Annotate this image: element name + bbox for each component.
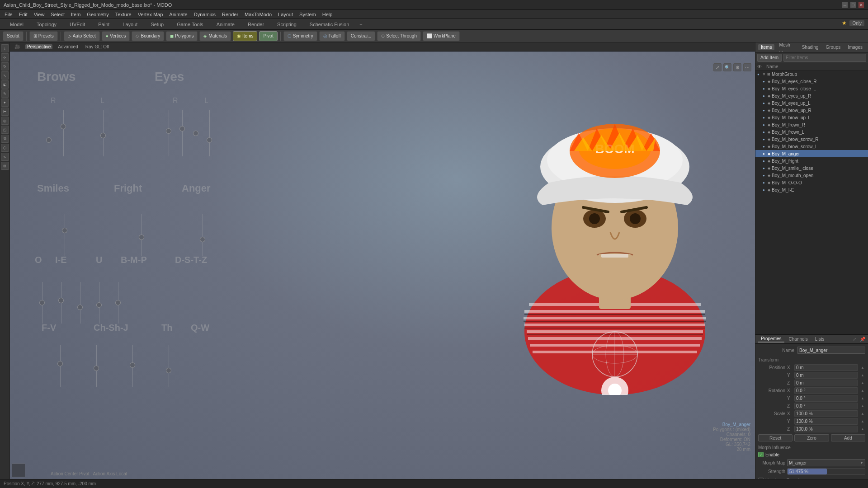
menu-edit[interactable]: Edit [16,11,30,18]
sidebar-bevel-icon[interactable]: ◳ [1,126,9,134]
name-value[interactable]: Boy_M_anger [797,347,865,354]
falloff-button[interactable]: ◎ Falloff [319,31,345,41]
expand-icon[interactable]: ▼ [762,72,766,76]
list-item[interactable]: ● ◆ Boy_M_brow_sorow_L [755,143,868,150]
enable-checkbox[interactable]: ✓ [758,452,764,457]
zero-button[interactable]: Zero [794,434,829,441]
list-item[interactable]: ● ◆ Boy_M_brow_up_L [755,114,868,121]
morph-map-select[interactable]: M_anger ▼ [787,459,865,466]
viewport[interactable]: 🎥 Perspective Advanced Ray GL: Off Brows… [10,42,755,479]
eye-icon[interactable]: ● [763,159,766,163]
list-item[interactable]: ● ◆ Boy_M_O-O-O [755,179,868,186]
use-local-checkbox[interactable] [758,478,764,479]
vp-fit-icon[interactable]: ⤢ [713,63,722,71]
rot-z-input[interactable]: 0.0 ° [794,403,858,409]
pivot-button[interactable]: Pivot [259,31,277,41]
sidebar-edit-icon[interactable]: ✎ [1,89,9,98]
polygons-button[interactable]: ◼ Polygons [166,31,198,41]
tab-groups[interactable]: Groups [823,44,843,50]
vp-more-icon[interactable]: ⋯ [743,63,751,71]
scale-y-input[interactable]: 100.0 % [794,418,858,425]
eye-icon[interactable]: ● [763,80,766,84]
scale-x-input[interactable]: 100.0 % [794,410,858,417]
eye-icon[interactable]: ● [763,152,766,156]
list-item[interactable]: ● ◆ Boy_M_fright [755,157,868,164]
props-tab-properties[interactable]: Properties [758,336,784,343]
list-item[interactable]: ● ◆ Boy_M_I-E [755,186,868,193]
tab-items[interactable]: Items [758,44,774,50]
menu-help[interactable]: Help [320,11,335,18]
eye-icon[interactable]: ● [763,87,766,91]
menu-texture[interactable]: Texture [113,11,134,18]
menu-render[interactable]: Render [219,11,241,18]
scale-z-input[interactable]: 100.0 % [794,426,858,432]
eye-icon[interactable]: ● [763,137,766,141]
tab-uvedit[interactable]: UVEdit [63,21,91,28]
sidebar-loop-icon[interactable]: ◎ [1,117,9,125]
tab-shading[interactable]: Shading [799,44,821,50]
tab-topology[interactable]: Topology [30,21,63,28]
props-expand-icon[interactable]: ⤢ [853,337,856,342]
rot-x-arrow[interactable]: ▲ [860,389,865,393]
scale-z-arrow[interactable]: ▲ [860,427,865,431]
tab-paint[interactable]: Paint [92,21,116,28]
menu-maxtomodo[interactable]: MaxToModo [242,11,274,18]
maximize-button[interactable]: □ [850,2,856,8]
tab-setup[interactable]: Setup [144,21,170,28]
materials-button[interactable]: ◈ Materials [199,31,231,41]
pos-x-arrow[interactable]: ▲ [860,366,865,370]
add-item-button[interactable]: Add Item [757,54,782,62]
perspective-button[interactable]: Perspective [25,44,52,49]
tab-layout[interactable]: Layout [116,21,144,28]
pos-y-arrow[interactable]: ▲ [860,373,865,377]
list-item[interactable]: ● ◆ Boy_M_eyes_close_L [755,85,868,92]
list-item[interactable]: ● ◆ Boy_M_smile_ close [755,164,868,172]
menu-dynamics[interactable]: Dynamics [191,11,218,18]
menu-animate[interactable]: Animate [166,11,190,18]
sidebar-smooth-icon[interactable]: ∿ [1,153,9,161]
pos-z-arrow[interactable]: ▲ [860,381,865,385]
sidebar-subdivide-icon[interactable]: ⊞ [1,162,9,170]
sculpt-button[interactable]: Sculpt [3,31,24,41]
eye-icon[interactable]: ● [763,130,766,134]
props-tab-lists[interactable]: Lists [812,336,827,342]
tab-schematic-fusion[interactable]: Schematic Fusion [303,21,355,28]
sidebar-select-icon[interactable]: ⊹ [1,53,9,61]
add-button[interactable]: Add [831,434,865,441]
sidebar-transform-icon[interactable]: ⬕ [1,80,9,89]
viewport-content[interactable]: Brows Eyes R L R L [10,52,755,479]
ray-gl-button[interactable]: Ray GL: Off [84,44,111,49]
list-item[interactable]: ● ◆ Boy_M_brow_up_R [755,107,868,114]
vertices-button[interactable]: ● Vertices [102,31,130,41]
eye-icon[interactable]: ● [763,174,766,178]
menu-view[interactable]: View [31,11,47,18]
reset-button[interactable]: Reset [758,434,793,441]
menu-select[interactable]: Select [48,11,67,18]
strength-bar[interactable]: 51.475 % [787,468,865,475]
tab-animate[interactable]: Animate [210,21,241,28]
list-item[interactable]: ● ◆ Boy_M_eyes_close_R [755,78,868,85]
auto-select-button[interactable]: ▷ Auto Select [64,31,100,41]
eye-icon[interactable]: ● [763,101,766,105]
tab-scripting[interactable]: Scripting [271,21,303,28]
menu-layout[interactable]: Layout [275,11,296,18]
select-through-button[interactable]: ⊙ Select Through [377,31,421,41]
rot-x-input[interactable]: 0.0 ° [794,387,858,394]
sidebar-bridge-icon[interactable]: ⬡ [1,144,9,152]
list-item[interactable]: ● ◆ Boy_M_mouth_open [755,172,868,179]
list-item[interactable]: ● ◆ Boy_M_brow_sorow_R [755,136,868,143]
list-item[interactable]: ● ◆ Boy_M_eyes_up_R [755,92,868,99]
eye-icon[interactable]: ● [763,116,766,120]
vp-settings-icon[interactable]: ⚙ [733,63,741,71]
only-button[interactable]: Only [849,20,864,26]
sidebar-brush-icon[interactable]: ✦ [1,99,9,107]
rot-z-arrow[interactable]: ▲ [860,404,865,408]
eye-icon[interactable]: ● [763,108,766,113]
eye-icon[interactable]: ● [763,166,766,170]
menu-geometry[interactable]: Geometry [84,11,111,18]
advanced-button[interactable]: Advanced [56,44,80,49]
presets-button[interactable]: ⊞ Presets [29,31,58,41]
list-item[interactable]: ● ◆ Boy_M_eyes_up_L [755,99,868,107]
pos-z-input[interactable]: 0 m [794,380,858,386]
symmetry-button[interactable]: ⬡ Symmetry [283,31,317,41]
